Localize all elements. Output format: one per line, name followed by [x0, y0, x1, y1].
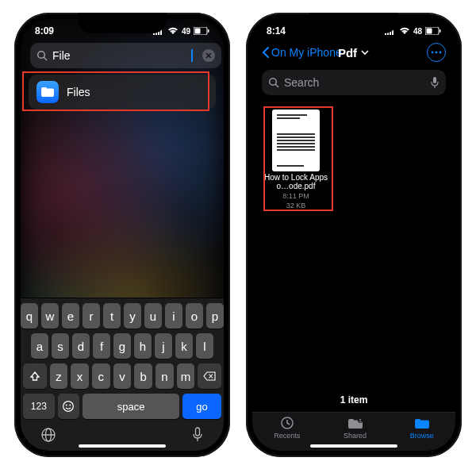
- notch: [310, 13, 397, 33]
- backspace-icon: [203, 371, 216, 381]
- tab-label: Shared: [344, 432, 367, 440]
- globe-icon[interactable]: [40, 427, 56, 443]
- tab-shared[interactable]: Shared: [344, 416, 367, 440]
- ios-keyboard[interactable]: q w e r t y u i o p a s d f g h j k l: [21, 298, 224, 451]
- back-button[interactable]: On My iPhone: [262, 46, 342, 59]
- key-l[interactable]: l: [196, 333, 213, 359]
- svg-rect-23: [440, 29, 441, 33]
- key-q[interactable]: q: [21, 303, 38, 329]
- file-item[interactable]: How to Lock Apps o…ode.pdf 8:11 PM 32 KB: [263, 110, 328, 380]
- svg-point-24: [432, 52, 434, 54]
- key-m[interactable]: m: [177, 363, 195, 389]
- numbers-key[interactable]: 123: [23, 394, 55, 419]
- spotlight-search-row: Cancel: [21, 38, 224, 75]
- key-a[interactable]: a: [31, 333, 48, 359]
- key-w[interactable]: w: [41, 303, 59, 329]
- files-search-field[interactable]: [262, 70, 446, 95]
- clock-icon: [278, 416, 296, 430]
- svg-rect-6: [208, 29, 209, 33]
- svg-point-11: [70, 405, 71, 406]
- go-key[interactable]: go: [182, 394, 221, 419]
- file-size: 32 KB: [286, 202, 306, 210]
- key-row-4: 123 space go: [23, 394, 221, 419]
- files-app-icon: [36, 81, 59, 103]
- svg-rect-29: [433, 77, 436, 83]
- emoji-icon: [62, 400, 75, 413]
- keyboard-assist-row: [23, 424, 221, 444]
- key-row-3: z x c v b n m: [23, 363, 221, 389]
- notch: [79, 13, 166, 33]
- key-p[interactable]: p: [206, 303, 224, 329]
- shared-folder-icon: [347, 416, 364, 430]
- key-row-1: q w e r t y u i o p: [23, 303, 221, 329]
- svg-rect-22: [427, 29, 432, 34]
- key-f[interactable]: f: [93, 333, 110, 359]
- key-s[interactable]: s: [52, 333, 69, 359]
- dictation-icon[interactable]: [430, 76, 440, 89]
- key-k[interactable]: k: [175, 333, 193, 359]
- wifi-icon: [167, 27, 178, 35]
- key-b[interactable]: b: [134, 363, 152, 389]
- svg-point-10: [66, 405, 67, 406]
- key-n[interactable]: n: [155, 363, 174, 389]
- folder-title-label: Pdf: [338, 46, 357, 60]
- folder-icon: [413, 416, 431, 430]
- key-r[interactable]: r: [83, 303, 100, 329]
- battery-pct: 48: [413, 27, 422, 36]
- back-label: On My iPhone: [271, 46, 342, 59]
- key-y[interactable]: y: [124, 303, 141, 329]
- key-o[interactable]: o: [186, 303, 203, 329]
- key-z[interactable]: z: [50, 363, 68, 389]
- home-indicator[interactable]: [79, 444, 166, 448]
- tab-browse[interactable]: Browse: [410, 416, 434, 440]
- spotlight-search-field[interactable]: [30, 43, 221, 68]
- ellipsis-icon: [431, 51, 442, 54]
- svg-point-9: [63, 402, 74, 412]
- svg-point-26: [440, 52, 442, 54]
- svg-point-25: [436, 52, 438, 54]
- key-v[interactable]: v: [113, 363, 132, 389]
- spotlight-results: Files: [21, 75, 224, 110]
- files-grid: How to Lock Apps o…ode.pdf 8:11 PM 32 KB: [252, 102, 455, 388]
- tab-recents[interactable]: Recents: [274, 416, 300, 440]
- chevron-left-icon: [262, 46, 270, 59]
- clock: 8:14: [267, 25, 286, 37]
- more-options-button[interactable]: [427, 43, 446, 62]
- search-icon: [36, 50, 48, 61]
- wifi-icon: [399, 27, 410, 35]
- chevron-down-icon: [360, 49, 370, 56]
- key-c[interactable]: c: [92, 363, 110, 389]
- shift-key[interactable]: [23, 363, 47, 389]
- text-cursor-icon: [191, 49, 193, 62]
- battery-icon: [425, 27, 441, 35]
- backspace-key[interactable]: [198, 363, 221, 389]
- clear-search-icon[interactable]: [202, 49, 215, 62]
- key-d[interactable]: d: [72, 333, 90, 359]
- key-t[interactable]: t: [103, 303, 121, 329]
- key-x[interactable]: x: [71, 363, 89, 389]
- svg-rect-5: [195, 29, 201, 34]
- spotlight-search-input[interactable]: [52, 49, 191, 62]
- folder-title[interactable]: Pdf: [338, 46, 370, 60]
- result-item-files[interactable]: Files: [29, 75, 216, 110]
- svg-line-8: [44, 57, 47, 60]
- svg-point-7: [38, 52, 45, 59]
- key-j[interactable]: j: [155, 333, 172, 359]
- key-g[interactable]: g: [113, 333, 131, 359]
- space-key[interactable]: space: [83, 394, 179, 419]
- key-i[interactable]: i: [165, 303, 182, 329]
- home-indicator[interactable]: [310, 444, 397, 448]
- emoji-key[interactable]: [58, 394, 79, 419]
- dictation-icon[interactable]: [191, 427, 204, 443]
- key-h[interactable]: h: [134, 333, 152, 359]
- files-search-input[interactable]: [284, 76, 425, 89]
- battery-pct: 49: [182, 27, 190, 36]
- svg-line-28: [275, 84, 278, 87]
- phone-right: 8:14 48 On My iPhone Pdf: [246, 13, 462, 457]
- files-search-row: [252, 65, 455, 102]
- file-time: 8:11 PM: [282, 192, 309, 200]
- search-icon: [268, 77, 279, 88]
- key-u[interactable]: u: [144, 303, 162, 329]
- key-e[interactable]: e: [62, 303, 79, 329]
- key-row-2: a s d f g h j k l: [23, 333, 221, 359]
